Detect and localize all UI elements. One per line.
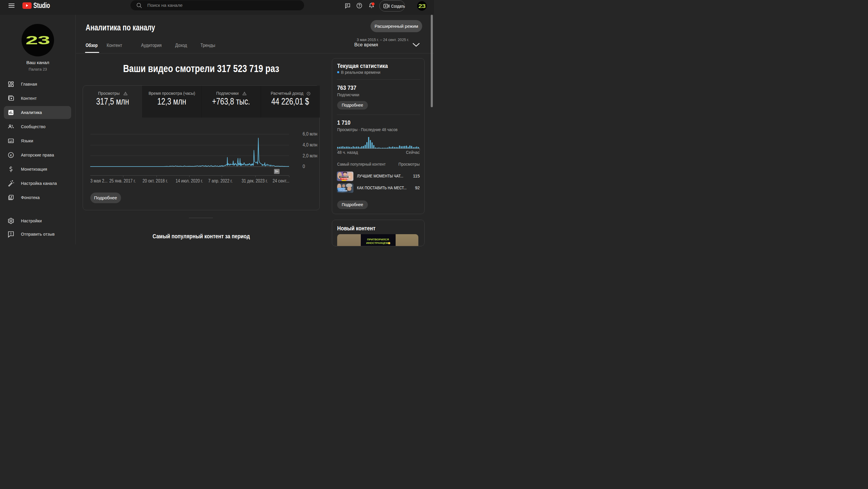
svg-text:c: c: [10, 153, 12, 157]
